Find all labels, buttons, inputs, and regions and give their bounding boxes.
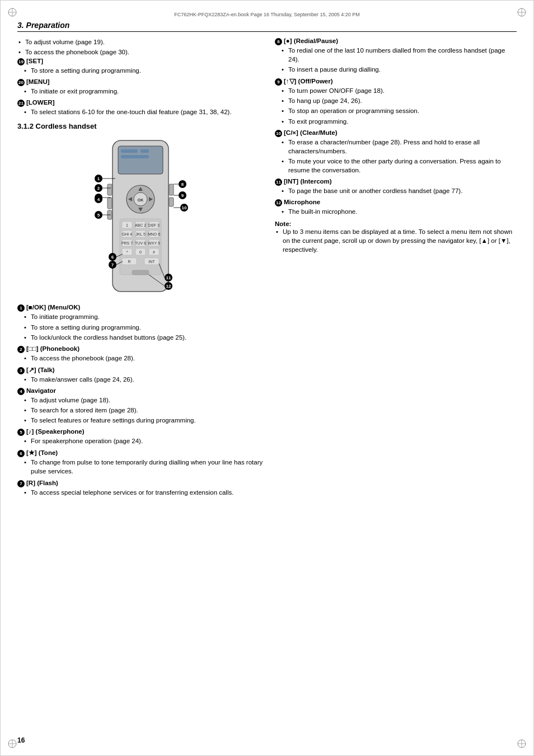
list-item: To page the base unit or another cordles… [280, 186, 517, 195]
list-item: To erase a character/number (page 28). P… [280, 138, 517, 156]
number-circle: 6 [17, 450, 25, 457]
item-header-label: [■/OK] (Menu/OK) [26, 304, 80, 311]
svg-text:OK: OK [138, 198, 144, 202]
list-item: For speakerphone operation (page 24). [23, 436, 264, 445]
svg-text:10: 10 [182, 205, 187, 210]
svg-rect-15 [140, 149, 149, 153]
left-handset-items: 1[■/OK] (Menu/OK)To initiate programming… [17, 304, 264, 496]
item-header-row: 3[↗] (Talk) [17, 366, 264, 374]
svg-rect-16 [121, 155, 149, 158]
svg-text:2: 2 [97, 186, 100, 191]
svg-rect-14 [121, 149, 138, 153]
svg-rect-54 [107, 184, 112, 195]
item-header-label: Microphone [284, 199, 320, 205]
item-bullets: To access the phonebook (page 28). [23, 354, 264, 363]
page-container: FC762HK-PFQX2283ZA-en.book Page 16 Thurs… [0, 0, 534, 756]
svg-text:5: 5 [97, 213, 100, 218]
svg-text:6: 6 [111, 255, 114, 260]
item-21-bullets: To select stations 6-10 for the one-touc… [23, 107, 264, 116]
svg-text:7: 7 [111, 262, 114, 267]
number-circle: 12 [275, 199, 282, 206]
item-header-row: 5[♪] (Speakerphone) [17, 428, 264, 436]
phone-svg: OK 1 ABC 2 DEF 3 GHI 4 JKL 5 [82, 135, 199, 297]
section-item-9: 9[↑▽] (Off/Power)To turn power ON/OFF (p… [275, 77, 517, 125]
item-header-label: [SET] [26, 58, 43, 64]
right-handset-items: 8[●] (Redial/Pause)To redial one of the … [275, 37, 517, 216]
file-info: FC762HK-PFQX2283ZA-en.book Page 16 Thurs… [17, 12, 517, 18]
item-bullets: To access special telephone services or … [23, 488, 264, 497]
section-item-1: 1[■/OK] (Menu/OK)To initiate programming… [17, 304, 264, 341]
item-bullets: The built-in microphone. [280, 207, 517, 216]
svg-rect-57 [169, 184, 174, 195]
item-bullets: To erase a character/number (page 28). P… [280, 138, 517, 175]
list-item: To make/answer calls (page 24, 26). [23, 375, 264, 384]
list-item: To select features or feature settings d… [23, 416, 264, 425]
svg-text:4: 4 [97, 197, 100, 202]
left-column: To adjust volume (page 19). To access th… [17, 37, 264, 500]
corner-mark-tl [7, 7, 17, 17]
number-circle: 2 [17, 346, 25, 353]
section-item-5: 5[♪] (Speakerphone)For speakerphone oper… [17, 428, 264, 445]
list-item: To access special telephone services or … [23, 488, 264, 497]
item-header-label: [●] (Redial/Pause) [284, 37, 338, 44]
intro-bullet-list: To adjust volume (page 19). To access th… [17, 37, 264, 57]
section-item-11: 11[INT] (Intercom)To page the base unit … [275, 178, 517, 195]
list-item: To store a setting during programming. [23, 323, 264, 332]
item-bullets: To redial one of the last 10 numbers dia… [280, 46, 517, 74]
list-item: The built-in microphone. [280, 207, 517, 216]
item-bullets: To adjust volume (page 18).To search for… [23, 396, 264, 425]
list-item: To access the phonebook (page 28). [23, 354, 264, 363]
list-item: To search for a stored item (page 28). [23, 406, 264, 415]
number-circle: 4 [17, 388, 25, 395]
item-header-label: [↗] (Talk) [26, 366, 55, 374]
item-header-row: 1[■/OK] (Menu/OK) [17, 304, 264, 312]
svg-text:MNO 6: MNO 6 [148, 232, 160, 236]
svg-text:GHI 4: GHI 4 [122, 232, 132, 236]
item-header-row: 8[●] (Redial/Pause) [275, 37, 517, 45]
item-header-row: 6[★] (Tone) [17, 449, 264, 457]
corner-mark-tr [517, 7, 527, 17]
svg-text:1: 1 [126, 223, 128, 227]
svg-text:9: 9 [181, 193, 184, 198]
item-header-label: [♪] (Speakerphone) [26, 428, 85, 435]
main-content: To adjust volume (page 19). To access th… [17, 37, 517, 500]
item-header-label: [□□] (Phonebook) [26, 345, 79, 352]
section-item-2: 2[□□] (Phonebook)To access the phonebook… [17, 345, 264, 363]
list-item: To store a setting during programming. [23, 66, 264, 75]
item-header-label: [MENU] [26, 78, 50, 85]
svg-rect-53 [132, 270, 149, 275]
list-item: To select stations 6-10 for the one-touc… [23, 107, 264, 116]
subsection-title: 3.1.2 Cordless handset [17, 122, 264, 130]
number-circle: 10 [275, 130, 282, 137]
item-header-row: 9[↑▽] (Off/Power) [275, 77, 517, 86]
section-item-4: 4NavigatorTo adjust volume (page 18).To … [17, 387, 264, 425]
note-section: Note: Up to 3 menu items can be displaye… [275, 220, 517, 254]
item-header-label: [R] (Flash) [26, 480, 58, 486]
section-item-6: 6[★] (Tone)To change from pulse to tone … [17, 449, 264, 476]
section-item-12: 12MicrophoneThe built-in microphone. [275, 199, 517, 216]
number-circle: 5 [17, 429, 25, 436]
svg-text:DEF 3: DEF 3 [148, 223, 160, 227]
section-item-10: 10[C/×] (Clear/Mute)To erase a character… [275, 129, 517, 175]
list-item: To adjust volume (page 19). [17, 37, 264, 46]
number-circle: 3 [17, 367, 25, 374]
number-circle: 8 [275, 38, 282, 45]
svg-rect-58 [169, 198, 174, 206]
item-bullets: To page the base unit or another cordles… [280, 186, 517, 195]
list-item: To initiate programming. [23, 312, 264, 321]
list-item: To access the phonebook (page 30). [17, 48, 264, 57]
section-item-8: 8[●] (Redial/Pause)To redial one of the … [275, 37, 517, 74]
corner-mark-br [517, 739, 527, 749]
item-header-row: 10[C/×] (Clear/Mute) [275, 129, 517, 137]
number-circle: 7 [17, 480, 25, 487]
svg-text:JKL 5: JKL 5 [135, 232, 146, 236]
item-header-row: 4Navigator [17, 387, 264, 395]
page-number: 16 [17, 736, 25, 744]
item-bullets: To change from pulse to tone temporarily… [23, 458, 264, 476]
phone-image-container: OK 1 ABC 2 DEF 3 GHI 4 JKL 5 [82, 135, 199, 298]
section-item-19: 19 [SET] To store a setting during progr… [17, 58, 264, 75]
number-circle: 11 [275, 179, 282, 186]
number-20: 20 [17, 79, 25, 86]
note-label: Note: [275, 220, 291, 227]
svg-text:11: 11 [166, 275, 171, 280]
